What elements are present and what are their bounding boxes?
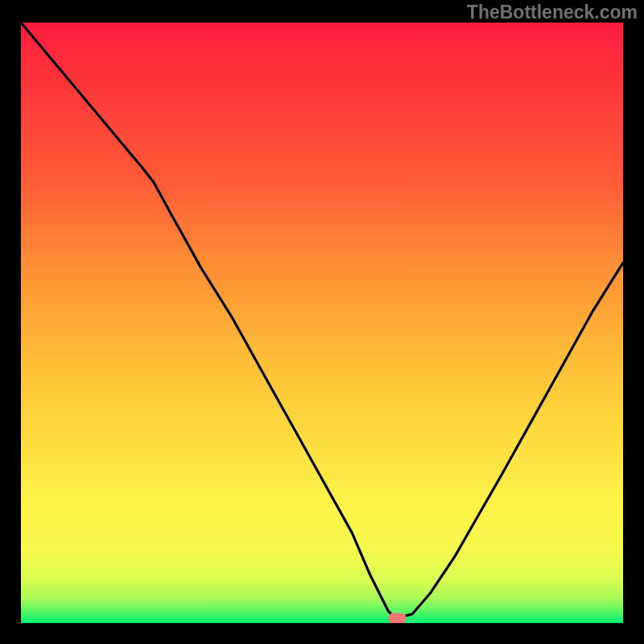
chart-svg xyxy=(21,23,623,623)
minimum-marker xyxy=(389,613,407,623)
chart-frame: TheBottleneck.com xyxy=(0,0,644,644)
plot-area xyxy=(21,23,623,623)
watermark-text: TheBottleneck.com xyxy=(467,2,638,23)
gradient-background xyxy=(21,23,623,623)
